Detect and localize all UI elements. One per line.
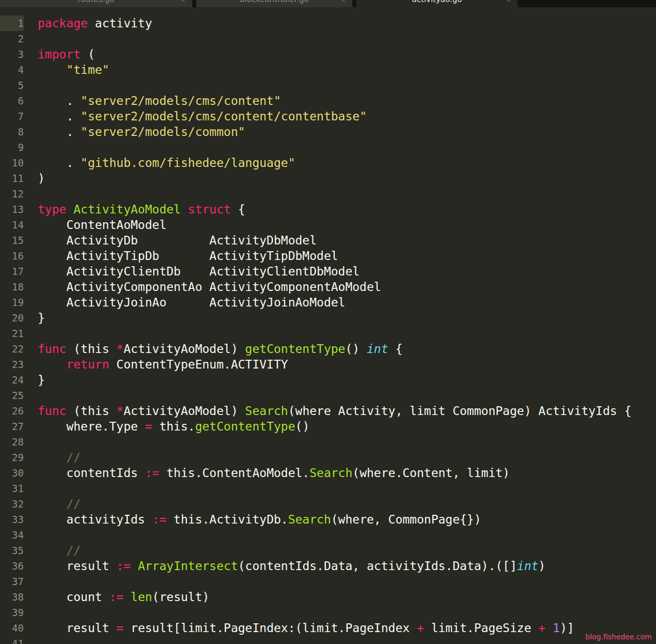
code-text[interactable]: result = result[limit.PageIndex:(limit.P… [38, 620, 574, 636]
line-number[interactable]: 38 [0, 589, 24, 605]
line-number[interactable]: 18 [0, 279, 24, 295]
token-o: + [538, 621, 545, 635]
line-number[interactable]: 25 [0, 388, 24, 403]
line-number[interactable]: 37 [0, 574, 24, 589]
code-text[interactable]: type ActivityAoModel struct { [38, 202, 245, 217]
code-text[interactable]: activityIds := this.ActivityDb.Search(wh… [38, 512, 481, 527]
line-number[interactable]: 11 [0, 171, 24, 186]
code-text[interactable]: count := len(result) [38, 589, 209, 605]
token-o: * [116, 404, 123, 418]
code-line: 39 [0, 605, 656, 620]
code-text[interactable]: ActivityJoinAo ActivityJoinAoModel [38, 295, 345, 310]
code-text[interactable]: ActivityDb ActivityDbModel [38, 233, 317, 248]
code-text[interactable]: ) [38, 171, 45, 186]
token-o: := [152, 513, 167, 526]
line-number[interactable]: 33 [0, 512, 24, 527]
line-number[interactable]: 21 [0, 326, 24, 341]
code-line: 9 [0, 140, 656, 155]
line-number[interactable]: 26 [0, 403, 24, 419]
code-text[interactable]: ActivityTipDb ActivityTipDbModel [38, 248, 338, 264]
code-text[interactable]: ActivityComponentAo ActivityComponentAoM… [38, 279, 381, 295]
token-f: len [131, 590, 152, 604]
token-n: 1 [553, 621, 560, 635]
token-t: ActivityAoModel) [123, 404, 245, 418]
code-text[interactable]: where.Type = this.getContentType() [38, 419, 309, 434]
line-number[interactable]: 15 [0, 233, 24, 248]
code-text[interactable]: } [38, 310, 45, 326]
line-number[interactable]: 9 [0, 140, 24, 155]
line-number[interactable]: 6 [0, 93, 24, 109]
token-c: // [66, 451, 81, 464]
line-number[interactable]: 1 [0, 16, 24, 31]
code-text[interactable]: "time" [38, 62, 109, 78]
code-text[interactable]: func (this *ActivityAoModel) getContentT… [38, 341, 402, 357]
line-number[interactable]: 22 [0, 341, 24, 357]
code-text[interactable]: result := ArrayIntersect(contentIds.Data… [38, 558, 545, 574]
tab-close-icon[interactable]: × [180, 0, 186, 4]
line-number[interactable]: 3 [0, 47, 24, 62]
token-t: . [38, 125, 81, 139]
line-number[interactable]: 5 [0, 78, 24, 93]
code-text[interactable]: ContentAoModel [38, 217, 166, 233]
line-number[interactable]: 36 [0, 558, 24, 574]
line-number[interactable]: 2 [0, 31, 24, 47]
token-f: ActivityAoModel [73, 203, 181, 216]
line-number[interactable]: 13 [0, 202, 24, 217]
line-number[interactable]: 32 [0, 496, 24, 512]
line-number[interactable]: 29 [0, 450, 24, 465]
code-text[interactable]: } [38, 372, 45, 388]
token-c: // [66, 544, 81, 557]
code-line: 25 [0, 388, 656, 403]
line-number[interactable]: 24 [0, 372, 24, 388]
code-text[interactable]: contentIds := this.ContentAoModel.Search… [38, 465, 510, 481]
line-number[interactable]: 17 [0, 264, 24, 279]
line-number[interactable]: 23 [0, 357, 24, 372]
line-number[interactable]: 31 [0, 481, 24, 496]
line-number[interactable]: 30 [0, 465, 24, 481]
line-number[interactable]: 4 [0, 62, 24, 78]
token-s: "github.com/fishedee/language" [81, 156, 295, 170]
code-text[interactable]: package activity [38, 16, 152, 31]
code-line: 38 count := len(result) [0, 589, 656, 605]
token-t: ActivityTipDb ActivityTipDbModel [38, 249, 338, 263]
tab-activityao-go[interactable]: activityao.go× [356, 0, 518, 7]
line-number[interactable]: 7 [0, 109, 24, 124]
line-number[interactable]: 40 [0, 620, 24, 636]
code-text[interactable]: // [38, 450, 81, 465]
code-text[interactable]: . "server2/models/cms/content" [38, 93, 281, 109]
token-t: activityIds [38, 513, 152, 526]
code-line: 24} [0, 372, 656, 388]
line-number[interactable]: 8 [0, 124, 24, 140]
line-number[interactable]: 27 [0, 419, 24, 434]
code-text[interactable]: func (this *ActivityAoModel) Search(wher… [38, 403, 631, 419]
line-number[interactable]: 14 [0, 217, 24, 233]
code-text[interactable]: ActivityClientDb ActivityClientDbModel [38, 264, 360, 279]
code-text[interactable]: // [38, 543, 81, 558]
code-text[interactable]: // [38, 496, 81, 512]
line-number[interactable]: 41 [0, 636, 24, 644]
line-number[interactable]: 19 [0, 295, 24, 310]
line-number[interactable]: 12 [0, 186, 24, 202]
line-number[interactable]: 34 [0, 527, 24, 543]
code-text[interactable]: import ( [38, 47, 95, 62]
line-number[interactable]: 16 [0, 248, 24, 264]
code-text[interactable]: . "server2/models/cms/content/contentbas… [38, 109, 367, 124]
line-number[interactable]: 20 [0, 310, 24, 326]
code-line: 33 activityIds := this.ActivityDb.Search… [0, 512, 656, 527]
tab-routes-go[interactable]: routes.go× [0, 0, 192, 7]
line-number[interactable]: 10 [0, 155, 24, 171]
token-t: )] [560, 621, 574, 635]
code-text[interactable]: . "github.com/fishedee/language" [38, 155, 295, 171]
token-f: Search [288, 513, 331, 526]
code-text[interactable]: return ContentTypeEnum.ACTIVITY [38, 357, 288, 372]
token-t: () [295, 420, 310, 433]
line-number[interactable]: 39 [0, 605, 24, 620]
tab-close-icon[interactable]: × [340, 0, 346, 4]
line-number[interactable]: 35 [0, 543, 24, 558]
tab-blockcontroller-go[interactable]: blockcontroller.go× [196, 0, 352, 7]
tab-close-icon[interactable]: × [506, 0, 511, 4]
code-line: 40 result = result[limit.PageIndex:(limi… [0, 620, 656, 636]
code-text[interactable]: . "server2/models/common" [38, 124, 245, 140]
token-k: package [38, 17, 88, 30]
line-number[interactable]: 28 [0, 434, 24, 450]
